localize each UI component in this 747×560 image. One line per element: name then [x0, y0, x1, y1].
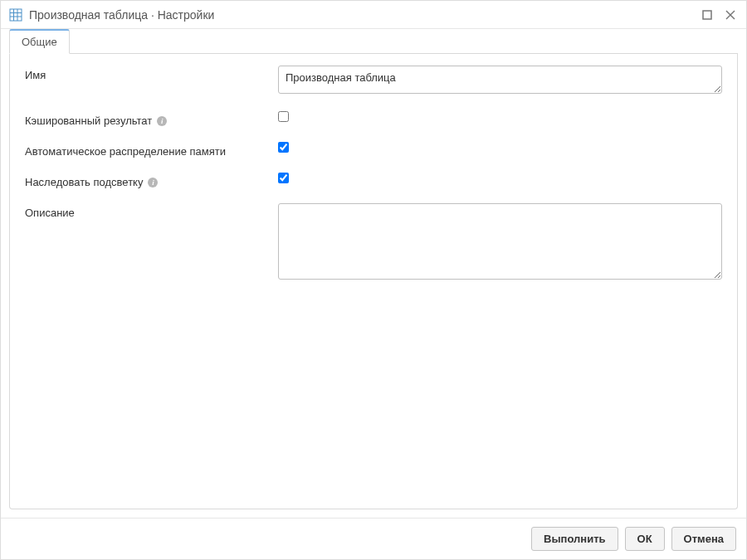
inherit-highlight-label: Наследовать подсветку: [25, 176, 143, 188]
svg-rect-5: [703, 11, 711, 19]
window-controls: [700, 7, 738, 22]
window-title: Производная таблица · Настройки: [29, 8, 700, 22]
cached-result-label: Кэшированный результат: [25, 114, 152, 127]
settings-dialog: Производная таблица · Настройки Общие Им…: [0, 0, 747, 560]
inherit-highlight-checkbox[interactable]: [278, 173, 289, 183]
dialog-footer: Выполнить ОК Отмена: [1, 518, 746, 559]
name-label: Имя: [25, 69, 46, 81]
auto-memory-label: Автоматическое распределение памяти: [25, 145, 226, 158]
description-input[interactable]: [278, 203, 722, 280]
row-auto-memory: Автоматическое распределение памяти: [25, 142, 722, 158]
svg-rect-0: [10, 9, 22, 21]
name-input[interactable]: [278, 66, 722, 94]
auto-memory-checkbox[interactable]: [278, 142, 289, 153]
tab-label: Общие: [22, 36, 57, 48]
row-name: Имя: [25, 66, 722, 96]
row-cached-result: Кэшированный результат i: [25, 111, 722, 127]
execute-button[interactable]: Выполнить: [531, 527, 618, 551]
tab-content: Имя Кэшированный результат i Автоматичес…: [9, 54, 738, 509]
maximize-icon[interactable]: [700, 7, 715, 22]
table-grid-icon: [9, 8, 22, 22]
row-inherit-highlight: Наследовать подсветку i: [25, 173, 722, 188]
titlebar: Производная таблица · Настройки: [1, 1, 746, 29]
cancel-button[interactable]: Отмена: [671, 527, 736, 551]
ok-button[interactable]: ОК: [625, 527, 665, 551]
tabs-row: Общие: [1, 29, 746, 54]
info-icon[interactable]: i: [148, 178, 158, 187]
cached-result-checkbox[interactable]: [278, 111, 289, 122]
tab-general[interactable]: Общие: [9, 29, 70, 54]
close-icon[interactable]: [723, 7, 738, 22]
info-icon[interactable]: i: [157, 116, 167, 126]
description-label: Описание: [25, 207, 75, 219]
row-description: Описание: [25, 203, 722, 282]
